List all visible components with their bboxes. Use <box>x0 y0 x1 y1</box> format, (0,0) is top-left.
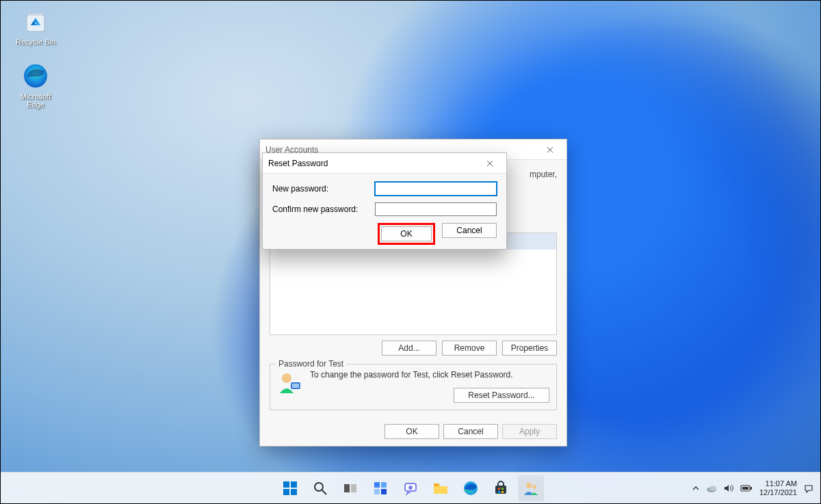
svg-rect-14 <box>351 484 356 492</box>
reset-password-dialog: Reset Password New password: Confirm new… <box>262 152 507 250</box>
notifications-icon[interactable] <box>804 483 813 493</box>
svg-point-12 <box>315 483 323 491</box>
battery-icon[interactable] <box>740 484 753 492</box>
edge-button[interactable] <box>458 475 484 501</box>
new-password-label: New password: <box>272 184 375 194</box>
recycle-bin-icon <box>21 6 51 36</box>
svg-rect-21 <box>434 483 439 486</box>
file-explorer-button[interactable] <box>428 475 454 501</box>
search-button[interactable] <box>307 475 333 501</box>
svg-rect-13 <box>344 484 350 492</box>
svg-rect-23 <box>495 486 506 494</box>
clock-date: 12/17/2021 <box>759 488 797 496</box>
svg-point-20 <box>408 486 413 490</box>
svg-point-28 <box>526 483 532 488</box>
reset-password-button[interactable]: Reset Password... <box>454 388 549 403</box>
svg-rect-27 <box>501 491 504 493</box>
svg-rect-17 <box>374 489 380 494</box>
taskbar: 11:07 AM 12/17/2021 <box>1 472 820 503</box>
svg-point-29 <box>532 485 536 489</box>
start-button[interactable] <box>277 475 303 501</box>
svg-rect-10 <box>283 489 289 495</box>
dialog-ok-button[interactable]: OK <box>381 226 432 241</box>
chevron-up-icon[interactable] <box>692 485 699 492</box>
ok-button[interactable]: OK <box>385 424 439 439</box>
user-accounts-taskbar-button[interactable] <box>518 475 544 501</box>
svg-rect-26 <box>498 491 500 493</box>
clock-time: 11:07 AM <box>759 479 797 488</box>
cancel-button[interactable]: Cancel <box>443 424 498 439</box>
task-view-icon <box>343 481 358 496</box>
close-button[interactable] <box>539 142 561 158</box>
password-help-text: To change the password for Test, click R… <box>310 370 549 380</box>
search-icon <box>313 481 328 496</box>
desktop-icon-recycle-bin[interactable]: Recycle Bin <box>12 6 60 46</box>
svg-rect-8 <box>283 481 289 488</box>
svg-rect-9 <box>291 481 297 488</box>
task-view-button[interactable] <box>337 475 363 501</box>
highlight-box: OK <box>378 223 435 245</box>
svg-rect-11 <box>291 489 297 495</box>
dialog-title: Reset Password <box>268 159 328 168</box>
store-button[interactable] <box>488 475 514 501</box>
user-accounts-icon <box>523 480 539 496</box>
svg-rect-34 <box>742 487 748 490</box>
svg-rect-16 <box>381 482 387 488</box>
user-avatar-icon <box>277 370 302 395</box>
new-password-input[interactable] <box>375 182 497 196</box>
svg-rect-25 <box>501 488 504 490</box>
properties-button[interactable]: Properties <box>502 341 557 356</box>
svg-rect-18 <box>381 489 387 494</box>
onedrive-icon[interactable] <box>706 483 717 493</box>
svg-rect-15 <box>374 482 380 488</box>
svg-rect-33 <box>751 487 752 490</box>
desktop-icons: Recycle Bin Microsoft Edge <box>12 6 60 109</box>
desktop-icon-label: Recycle Bin <box>16 38 55 46</box>
taskbar-pinned <box>277 475 544 501</box>
titlebar[interactable]: Reset Password <box>263 153 506 174</box>
svg-point-5 <box>282 373 291 383</box>
dialog-cancel-button[interactable]: Cancel <box>442 223 497 238</box>
volume-icon[interactable] <box>724 484 733 492</box>
close-icon <box>486 160 493 167</box>
desktop-icon-edge[interactable]: Microsoft Edge <box>12 61 60 109</box>
system-tray[interactable] <box>692 483 753 493</box>
svg-rect-0 <box>27 15 44 31</box>
svg-point-31 <box>709 486 716 490</box>
edge-icon <box>21 61 51 91</box>
remove-button[interactable]: Remove <box>442 341 497 356</box>
chat-icon <box>403 481 418 496</box>
widgets-icon <box>373 481 388 496</box>
svg-rect-7 <box>292 384 299 388</box>
windows-start-icon <box>282 480 298 496</box>
svg-rect-1 <box>28 14 43 16</box>
password-group-legend: Password for Test <box>276 359 346 369</box>
taskbar-clock[interactable]: 11:07 AM 12/17/2021 <box>759 479 797 496</box>
close-icon <box>547 146 553 153</box>
svg-rect-24 <box>498 488 500 490</box>
desktop-icon-label: Microsoft Edge <box>12 92 60 109</box>
widgets-button[interactable] <box>367 475 393 501</box>
store-icon <box>493 481 508 496</box>
confirm-password-input[interactable] <box>375 202 497 216</box>
chat-button[interactable] <box>398 475 423 501</box>
apply-button[interactable]: Apply <box>502 424 557 439</box>
add-button[interactable]: Add... <box>382 341 436 356</box>
folder-icon <box>432 481 449 496</box>
edge-icon <box>462 480 479 496</box>
confirm-password-label: Confirm new password: <box>272 204 375 214</box>
password-group: Password for Test To change the password… <box>270 364 557 410</box>
close-button[interactable] <box>479 155 501 172</box>
